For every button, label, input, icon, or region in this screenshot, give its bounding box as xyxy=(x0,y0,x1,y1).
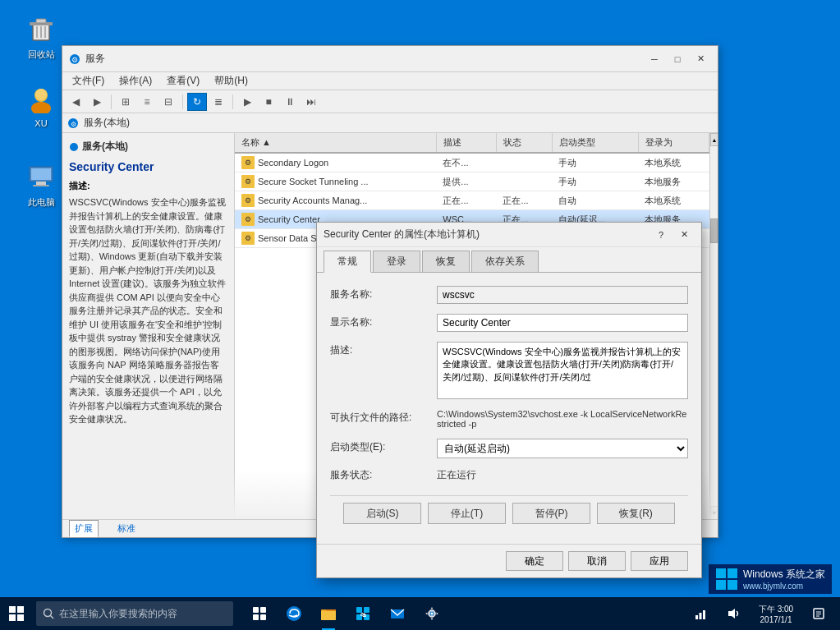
ok-button[interactable]: 确定 xyxy=(506,551,563,571)
services-titlebar: ⚙ 服务 ─ □ ✕ xyxy=(62,46,718,72)
toolbar-sep-2 xyxy=(182,94,183,109)
cancel-button[interactable]: 取消 xyxy=(568,551,626,571)
services-sidebar: 服务(本地) Security Center 描述: WSCSVC(Window… xyxy=(62,133,235,519)
view-small-icon[interactable]: ≡ xyxy=(137,93,157,111)
td-desc: 提供... xyxy=(436,172,496,191)
svg-point-40 xyxy=(431,613,434,615)
taskbar-file-explorer[interactable] xyxy=(312,597,345,630)
col-startup[interactable]: 启动类型 xyxy=(552,133,638,153)
display-name-input[interactable] xyxy=(437,314,688,332)
taskbar-search[interactable]: 在这里输入你要搜索的内容 xyxy=(36,601,233,626)
brand-text: Windows 系统之家 www.bjymlv.com xyxy=(743,568,825,591)
stop-button[interactable]: 停止(T) xyxy=(428,503,506,524)
td-desc: 在不... xyxy=(436,153,496,172)
td-status: 正在... xyxy=(496,191,552,210)
service-icon: ⚙ xyxy=(241,232,255,245)
minimize-button[interactable]: ─ xyxy=(644,50,665,68)
services-title-left: ⚙ 服务 xyxy=(69,52,105,66)
menu-help[interactable]: 帮助(H) xyxy=(208,72,255,90)
services-toolbar: ◀ ▶ ⊞ ≡ ⊟ ↻ ≣ ▶ ■ ⏸ ⏭ xyxy=(62,90,718,113)
refresh-button[interactable]: ↻ xyxy=(187,93,207,111)
td-logon: 本地服务 xyxy=(638,172,709,191)
startup-type-select[interactable]: 自动(延迟启动) xyxy=(437,439,688,458)
start-service-btn[interactable]: ▶ xyxy=(237,93,257,111)
menu-view[interactable]: 查看(V) xyxy=(160,72,206,90)
tab-logon[interactable]: 登录 xyxy=(373,251,420,272)
field-startup-type: 启动类型(E): 自动(延迟启动) xyxy=(330,439,688,458)
resume-button[interactable]: 恢复(R) xyxy=(597,503,675,524)
col-status[interactable]: 状态 xyxy=(496,133,552,153)
pause-service-btn[interactable]: ⏸ xyxy=(280,93,300,111)
table-row[interactable]: ⚙ Secondary Logon 在不... 手动 本地系统 xyxy=(235,153,709,172)
td-logon: 本地系统 xyxy=(638,153,709,172)
user-icon xyxy=(25,82,57,115)
col-name[interactable]: 名称 ▲ xyxy=(235,133,436,153)
table-row[interactable]: ⚙ Security Accounts Manag... 正在... 正在...… xyxy=(235,191,709,210)
edge-browser-icon xyxy=(286,605,302,622)
taskbar-settings[interactable] xyxy=(415,597,448,630)
start-button[interactable] xyxy=(0,597,33,630)
td-startup: 自动 xyxy=(552,191,638,210)
description-textarea[interactable]: WSCSVC(Windows 安全中心)服务监视并报告计算机上的安全健康设置。健… xyxy=(437,342,688,399)
taskbar-mail[interactable] xyxy=(381,597,414,630)
back-button[interactable]: ◀ xyxy=(66,93,85,111)
task-view-icon xyxy=(252,606,267,621)
exe-path-value: C:\Windows\System32\svchost.exe -k Local… xyxy=(437,409,688,429)
resume-service-btn[interactable]: ⏭ xyxy=(301,93,321,111)
svg-rect-30 xyxy=(321,611,336,620)
dialog-help-button[interactable]: ? xyxy=(650,226,672,244)
dialog-footer: 确定 取消 应用 xyxy=(317,544,701,577)
taskbar-clock[interactable]: 下午 3:00 2017/1/1 xyxy=(751,597,801,630)
brand-url: www.bjymlv.com xyxy=(743,582,825,591)
tab-dependencies[interactable]: 依存关系 xyxy=(471,251,539,272)
svg-text:⚙: ⚙ xyxy=(71,56,78,64)
dialog-title: Security Center 的属性(本地计算机) xyxy=(324,228,480,241)
scroll-thumb[interactable] xyxy=(710,218,718,243)
address-icon: ⚙ xyxy=(67,117,79,129)
td-status xyxy=(496,153,552,172)
exe-path-label: 可执行文件的路径: xyxy=(330,409,437,425)
view-detail[interactable]: ⊟ xyxy=(158,93,178,111)
stop-service-btn[interactable]: ■ xyxy=(259,93,278,111)
table-row[interactable]: ⚙ Secure Socket Tunneling ... 提供... 手动 本… xyxy=(235,172,709,191)
close-button[interactable]: ✕ xyxy=(690,50,711,68)
svg-text:⚙: ⚙ xyxy=(71,121,76,128)
col-logon[interactable]: 登录为 xyxy=(638,133,709,153)
scroll-up[interactable]: ▲ xyxy=(710,133,718,146)
menu-action[interactable]: 操作(A) xyxy=(112,72,158,90)
dialog-close-button[interactable]: ✕ xyxy=(673,226,695,244)
svg-point-7 xyxy=(31,102,51,113)
service-icon: ⚙ xyxy=(241,156,255,169)
tab-recovery[interactable]: 恢复 xyxy=(422,251,470,272)
properties-button[interactable]: ≣ xyxy=(209,93,228,111)
apply-button[interactable]: 应用 xyxy=(631,551,688,571)
file-explorer-icon xyxy=(320,605,337,622)
maximize-button[interactable]: □ xyxy=(667,50,688,68)
field-exe-path: 可执行文件的路径: C:\Windows\System32\svchost.ex… xyxy=(330,409,688,429)
service-name-input[interactable] xyxy=(437,286,688,304)
windows-logo xyxy=(715,568,738,591)
selected-service-desc: WSCSVC(Windows 安全中心)服务监视并报告计算机上的安全健康设置。健… xyxy=(69,195,227,426)
main-scrollbar[interactable]: ▲ ▼ xyxy=(709,133,718,519)
col-desc[interactable]: 描述 xyxy=(436,133,496,153)
taskbar-right: 下午 3:00 2017/1/1 xyxy=(686,597,840,630)
dialog-titlebar: Security Center 的属性(本地计算机) ? ✕ xyxy=(317,223,701,247)
taskbar-edge[interactable] xyxy=(278,597,310,630)
taskbar-network[interactable] xyxy=(686,597,715,630)
taskbar-speaker[interactable] xyxy=(718,597,748,630)
menu-file[interactable]: 文件(F) xyxy=(66,72,111,90)
forward-button[interactable]: ▶ xyxy=(87,93,107,111)
pause-button[interactable]: 暂停(P) xyxy=(512,503,590,524)
taskbar-store[interactable]: 🛍 xyxy=(347,597,379,630)
view-large-icon[interactable]: ⊞ xyxy=(116,93,135,111)
start-button[interactable]: 启动(S) xyxy=(343,503,421,524)
td-name: ⚙ Security Accounts Manag... xyxy=(235,191,436,210)
taskbar-task-view[interactable] xyxy=(243,597,276,630)
mail-icon xyxy=(389,605,406,622)
tab-extended[interactable]: 扩展 xyxy=(69,520,99,537)
tab-standard[interactable]: 标准 xyxy=(112,520,141,537)
service-action-buttons: 启动(S) 停止(T) 暂停(P) 恢复(R) xyxy=(330,495,688,531)
taskbar-notification[interactable] xyxy=(804,597,833,630)
svg-rect-42 xyxy=(700,613,702,619)
tab-general[interactable]: 常规 xyxy=(324,251,371,273)
